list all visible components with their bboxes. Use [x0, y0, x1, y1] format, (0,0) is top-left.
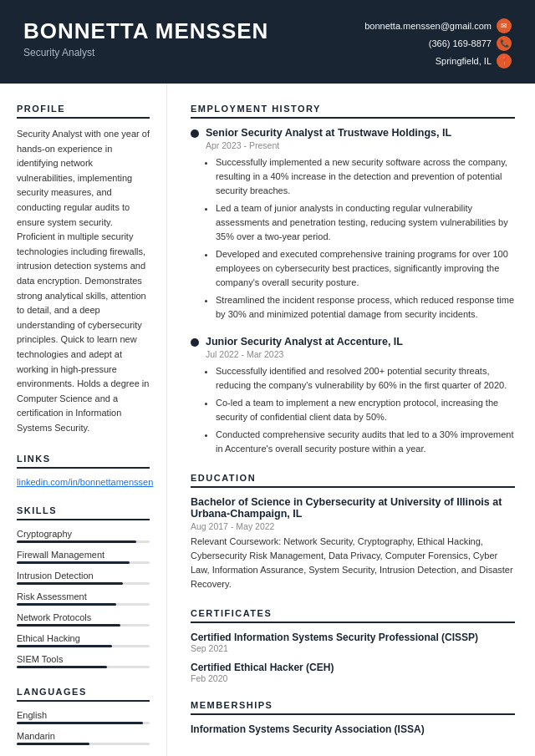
skill-name: Intrusion Detection	[17, 571, 150, 581]
job-title: Senior Security Analyst at Trustwave Hol…	[206, 127, 451, 139]
skill-name: SIEM Tools	[17, 654, 150, 664]
job-dot	[191, 129, 199, 138]
job-bullet: Successfully identified and resolved 200…	[216, 364, 515, 393]
candidate-title: Security Analyst	[23, 47, 268, 58]
skill-item: SIEM Tools	[17, 654, 150, 668]
certificates-list: Certified Information Systems Security P…	[191, 632, 515, 683]
profile-section: PROFILE Security Analyst with one year o…	[17, 104, 150, 435]
skill-item: Intrusion Detection	[17, 571, 150, 585]
job-bullet: Developed and executed comprehensive tra…	[216, 247, 515, 290]
memberships-section: MEMBERSHIPS Information Systems Security…	[191, 700, 515, 735]
language-bar-fill	[17, 722, 143, 724]
job-bullet: Successfully implemented a new security …	[216, 155, 515, 198]
languages-list: English Mandarin	[17, 710, 150, 745]
cert-name: Certified Ethical Hacker (CEH)	[191, 662, 515, 673]
links-list: linkedin.com/in/bonnettamenssen	[17, 477, 150, 487]
employment-section: EMPLOYMENT HISTORY Senior Security Analy…	[191, 104, 515, 456]
job-entry: Senior Security Analyst at Trustwave Hol…	[191, 127, 515, 322]
skill-item: Risk Assessment	[17, 591, 150, 606]
skill-bar-bg	[17, 540, 150, 543]
skill-bar-bg	[17, 561, 150, 564]
skill-name: Cryptography	[17, 529, 150, 539]
language-item: English	[17, 710, 150, 724]
skill-bar-fill	[17, 540, 136, 543]
cert-date: Sep 2021	[191, 643, 515, 653]
skill-bar-bg	[17, 666, 150, 668]
membership-entry: Information Systems Security Association…	[191, 723, 515, 735]
language-item: Mandarin	[17, 731, 150, 745]
languages-section: LANGUAGES English Mandarin	[17, 687, 150, 745]
cert-name: Certified Information Systems Security P…	[191, 632, 515, 643]
language-name: Mandarin	[17, 731, 150, 741]
skill-bar-bg	[17, 582, 150, 585]
edu-date: Aug 2017 - May 2022	[191, 521, 515, 531]
certificate-entry: Certified Ethical Hacker (CEH) Feb 2020	[191, 662, 515, 683]
job-bullets: Successfully implemented a new security …	[206, 155, 515, 322]
skill-bar-bg	[17, 603, 150, 606]
job-bullet: Led a team of junior analysts in conduct…	[216, 201, 515, 244]
header: BONNETTA MENSSEN Security Analyst bonnet…	[0, 0, 535, 84]
language-name: English	[17, 710, 150, 720]
profile-title: PROFILE	[17, 104, 150, 119]
job-bullet: Streamlined the incident response proces…	[216, 293, 515, 322]
location-text: Springfield, IL	[436, 56, 492, 66]
skill-item: Ethical Hacking	[17, 633, 150, 647]
job-date: Jul 2022 - Mar 2023	[206, 349, 515, 359]
skill-bar-fill	[17, 603, 116, 606]
education-list: Bachelor of Science in Cybersecurity at …	[191, 496, 515, 591]
memberships-title: MEMBERSHIPS	[191, 700, 515, 715]
email-icon: ✉	[497, 18, 512, 33]
skills-title: SKILLS	[17, 505, 150, 520]
education-section: EDUCATION Bachelor of Science in Cyberse…	[191, 473, 515, 591]
education-entry: Bachelor of Science in Cybersecurity at …	[191, 496, 515, 591]
employment-title: EMPLOYMENT HISTORY	[191, 104, 515, 119]
education-title: EDUCATION	[191, 473, 515, 488]
language-bar-bg	[17, 722, 150, 724]
skill-item: Network Protocols	[17, 612, 150, 627]
skill-name: Ethical Hacking	[17, 633, 150, 643]
header-right: bonnetta.menssen@gmail.com ✉ (366) 169-8…	[364, 18, 512, 68]
location-row: Springfield, IL 📍	[364, 53, 512, 68]
skills-section: SKILLS Cryptography Firewall Management …	[17, 505, 150, 668]
skill-name: Firewall Management	[17, 550, 150, 560]
location-icon: 📍	[497, 53, 512, 68]
language-bar-bg	[17, 743, 150, 745]
job-bullet: Co-led a team to implement a new encrypt…	[216, 396, 515, 424]
skills-list: Cryptography Firewall Management Intrusi…	[17, 529, 150, 668]
job-header: Senior Security Analyst at Trustwave Hol…	[191, 127, 515, 139]
email-text: bonnetta.menssen@gmail.com	[364, 21, 492, 31]
link-item[interactable]: linkedin.com/in/bonnettamenssen	[17, 477, 150, 487]
email-row: bonnetta.menssen@gmail.com ✉	[364, 18, 512, 33]
content-area: EMPLOYMENT HISTORY Senior Security Analy…	[167, 84, 535, 756]
links-title: LINKS	[17, 454, 150, 469]
skill-name: Network Protocols	[17, 612, 150, 622]
skill-name: Risk Assessment	[17, 591, 150, 601]
skill-bar-bg	[17, 645, 150, 647]
candidate-name: BONNETTA MENSSEN	[23, 18, 268, 44]
skill-bar-fill	[17, 582, 123, 585]
job-entry: Junior Security Analyst at Accenture, IL…	[191, 336, 515, 456]
sidebar: PROFILE Security Analyst with one year o…	[0, 84, 167, 756]
job-title: Junior Security Analyst at Accenture, IL	[206, 336, 403, 348]
certificates-section: CERTIFICATES Certified Information Syste…	[191, 608, 515, 683]
skill-bar-fill	[17, 561, 130, 564]
job-bullets: Successfully identified and resolved 200…	[206, 364, 515, 456]
header-left: BONNETTA MENSSEN Security Analyst	[23, 18, 268, 58]
edu-desc: Relevant Coursework: Network Security, C…	[191, 535, 515, 591]
certificates-title: CERTIFICATES	[191, 608, 515, 623]
phone-row: (366) 169-8877 📞	[364, 36, 512, 51]
language-bar-fill	[17, 743, 89, 745]
cert-date: Feb 2020	[191, 673, 515, 683]
edu-title: Bachelor of Science in Cybersecurity at …	[191, 496, 515, 520]
certificate-entry: Certified Information Systems Security P…	[191, 632, 515, 653]
job-bullet: Conducted comprehensive security audits …	[216, 428, 515, 456]
phone-icon: 📞	[497, 36, 512, 51]
skill-bar-bg	[17, 624, 150, 627]
phone-text: (366) 169-8877	[429, 38, 492, 48]
languages-title: LANGUAGES	[17, 687, 150, 702]
skill-item: Firewall Management	[17, 550, 150, 564]
memberships-list: Information Systems Security Association…	[191, 723, 515, 735]
jobs-list: Senior Security Analyst at Trustwave Hol…	[191, 127, 515, 456]
job-header: Junior Security Analyst at Accenture, IL	[191, 336, 515, 348]
skill-bar-fill	[17, 624, 120, 627]
